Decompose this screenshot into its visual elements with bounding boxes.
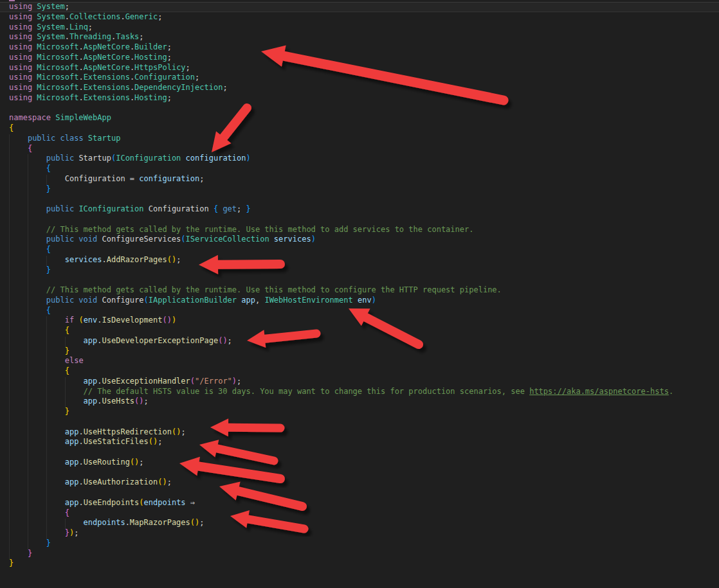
code-token: public void [46, 235, 102, 244]
code-line[interactable]: public void ConfigureServices(IServiceCo… [0, 235, 719, 245]
code-token: AspNetCore [84, 53, 130, 62]
code-line[interactable]: { [0, 245, 719, 255]
code-line[interactable]: { [0, 123, 719, 134]
code-line[interactable] [0, 103, 719, 114]
code-token: ; [88, 22, 93, 31]
code-token: ( [162, 316, 167, 325]
code-line[interactable]: app.UseStaticFiles(); [0, 437, 719, 447]
code-token: using [9, 32, 37, 41]
code-area[interactable]: using System;using System.Collections.Ge… [0, 2, 719, 569]
code-line[interactable]: app.UseDeveloperExceptionPage(); [0, 336, 719, 346]
code-token [181, 154, 185, 163]
code-line[interactable]: using Microsoft.Extensions.Hosting; [0, 93, 719, 103]
code-token: { [65, 326, 69, 335]
code-token: ; [237, 204, 246, 213]
code-line[interactable]: // The default HSTS value is 30 days. Yo… [0, 387, 719, 397]
indent-guide [65, 519, 66, 529]
code-token: services [274, 235, 311, 244]
code-token: ( [181, 235, 185, 244]
code-token: ) [311, 235, 316, 244]
code-line[interactable] [0, 447, 719, 458]
code-token: Configuration [65, 174, 125, 183]
code-line[interactable]: } [0, 265, 719, 276]
code-line[interactable]: // This method gets called by the runtim… [0, 225, 719, 235]
code-line[interactable]: using Microsoft.AspNetCore.Builder; [0, 42, 719, 53]
code-line[interactable]: using Microsoft.AspNetCore.HttpsPolicy; [0, 63, 719, 73]
code-line[interactable]: { [0, 306, 719, 316]
code-line[interactable]: using System.Linq; [0, 22, 719, 33]
code-line[interactable]: { [0, 164, 719, 174]
indent-guide [65, 337, 66, 347]
code-token [9, 549, 28, 558]
code-token: . [97, 316, 102, 325]
code-token: . [120, 12, 125, 21]
code-token: endpoints [84, 518, 125, 527]
code-line[interactable] [0, 275, 719, 285]
code-token: } [46, 539, 51, 548]
code-line[interactable]: using System; [0, 2, 719, 12]
code-token: AspNetCore [84, 63, 130, 72]
code-line[interactable]: } [0, 549, 719, 559]
code-line[interactable]: using System.Collections.Generic; [0, 12, 719, 22]
code-line[interactable]: using System.Threading.Tasks; [0, 32, 719, 42]
code-editor[interactable]: using System;using System.Collections.Ge… [0, 0, 719, 588]
comment-link[interactable]: https://aka.ms/aspnetcore-hsts [529, 387, 669, 396]
code-line[interactable]: public Startup(IConfiguration configurat… [0, 154, 719, 164]
code-line[interactable]: public IConfiguration Configuration { ge… [0, 204, 719, 215]
code-token: public [46, 204, 79, 213]
code-line[interactable]: using Microsoft.Extensions.DependencyInj… [0, 83, 719, 93]
code-token: . [78, 498, 83, 507]
code-token: ⇒ [190, 498, 195, 507]
code-token: ; [158, 437, 162, 446]
code-token: ) [246, 154, 251, 163]
code-line[interactable]: }); [0, 528, 719, 539]
code-line[interactable] [0, 215, 719, 225]
code-line[interactable]: namespace SimpleWebApp [0, 113, 719, 123]
code-line[interactable]: } [0, 539, 719, 549]
code-token: using [9, 42, 37, 51]
code-token [9, 144, 28, 153]
code-token: . [65, 22, 69, 31]
code-line[interactable]: app.UseEndpoints(endpoints ⇒ [0, 498, 719, 508]
code-line[interactable]: // This method gets called by the runtim… [0, 285, 719, 296]
code-token: using [9, 83, 37, 92]
code-line[interactable]: { [0, 508, 719, 519]
code-line[interactable]: public class Startup [0, 134, 719, 144]
code-token: using [9, 93, 37, 102]
code-line[interactable] [0, 417, 719, 427]
code-token: IApplicationBuilder [149, 296, 237, 305]
code-token: Hosting [134, 53, 167, 62]
code-line[interactable]: if (env.IsDevelopment()) [0, 316, 719, 326]
code-line[interactable]: { [0, 326, 719, 336]
indent-guide [46, 175, 47, 185]
code-line[interactable]: { [0, 144, 719, 154]
code-token: Startup [78, 154, 111, 163]
code-line[interactable]: app.UseRouting(); [0, 458, 719, 468]
code-line[interactable]: else [0, 356, 719, 366]
code-line[interactable]: } [0, 184, 719, 195]
code-line[interactable]: app.UseHsts(); [0, 396, 719, 407]
code-line[interactable]: public void Configure(IApplicationBuilde… [0, 296, 719, 306]
code-token: Configure [102, 296, 144, 305]
code-line[interactable]: endpoints.MapRazorPages(); [0, 518, 719, 528]
code-line[interactable] [0, 468, 719, 478]
code-line[interactable]: { [0, 366, 719, 377]
code-token [269, 235, 274, 244]
code-line[interactable]: app.UseHttpsRedirection(); [0, 427, 719, 438]
code-line[interactable]: } [0, 346, 719, 357]
code-line[interactable]: using Microsoft.AspNetCore.Hosting; [0, 53, 719, 63]
code-line[interactable] [0, 488, 719, 498]
code-token: Configuration [149, 204, 209, 213]
code-token: using [9, 12, 37, 21]
code-line[interactable]: } [0, 407, 719, 417]
code-line[interactable]: using Microsoft.Extensions.Configuration… [0, 73, 719, 83]
code-line[interactable]: services.AddRazorPages(); [0, 255, 719, 265]
code-line[interactable]: app.UseExceptionHandler("/Error"); [0, 377, 719, 387]
code-token [144, 204, 149, 213]
code-line[interactable] [0, 194, 719, 204]
indent-guide [28, 154, 28, 549]
code-line[interactable]: app.UseAuthorization(); [0, 477, 719, 488]
code-token: UseStaticFiles [84, 437, 149, 446]
code-line[interactable]: Configuration = configuration; [0, 174, 719, 184]
code-line[interactable]: } [0, 558, 719, 569]
